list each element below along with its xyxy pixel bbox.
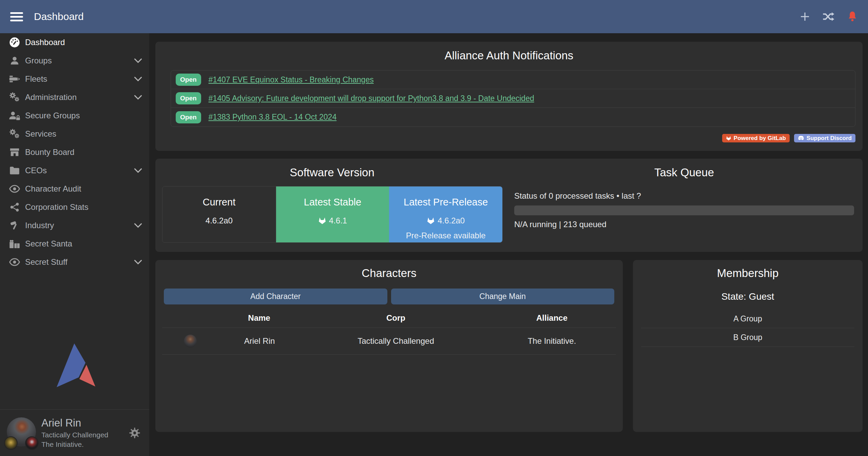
notification-link[interactable]: #1405 Advisory: Future development will …	[209, 94, 534, 103]
sidebar-item-label: Secret Stuff	[25, 257, 67, 267]
hammer-icon	[7, 220, 22, 231]
sidebar-item-fleets[interactable]: Fleets	[0, 70, 149, 88]
sidebar-item-character-audit[interactable]: Character Audit	[0, 180, 149, 198]
sidebar-item-administration[interactable]: Administration	[0, 88, 149, 106]
main-content: Alliance Auth Notifications Open #1407 E…	[149, 33, 868, 456]
share-nodes-icon	[7, 202, 22, 212]
version-value: 4.6.1	[329, 216, 347, 225]
software-taskqueue-panel: Software Version Current 4.6.2a0 Latest …	[155, 159, 863, 252]
gears-icon	[7, 92, 22, 103]
task-queue-title: Task Queue	[514, 166, 854, 179]
discord-icon	[798, 136, 804, 141]
gears-icon	[7, 128, 22, 139]
prerelease-note: Pre-Release available	[406, 231, 486, 240]
sidebar-item-corporation-stats[interactable]: Corporation Stats	[0, 198, 149, 216]
sidebar-item-label: Fleets	[25, 74, 47, 84]
bell-icon[interactable]	[846, 11, 859, 23]
store-icon	[7, 147, 22, 157]
sidebar-item-label: Secure Groups	[25, 111, 80, 120]
character-portrait	[184, 335, 197, 348]
notification-link[interactable]: #1407 EVE Equinox Status - Breaking Chan…	[209, 75, 374, 84]
sidebar-item-secret-stuff[interactable]: Secret Stuff	[0, 253, 149, 271]
gear-icon[interactable]	[129, 427, 140, 439]
version-value: 4.6.2a0	[206, 216, 233, 225]
cell-name: Ariel Rin	[244, 336, 275, 346]
version-cell-prerelease: Latest Pre-Release 4.6.2a0 Pre-Release a…	[389, 186, 502, 242]
status-badge: Open	[176, 111, 201, 123]
add-character-button[interactable]: Add Character	[164, 289, 387, 304]
user-icon	[7, 56, 22, 66]
sidebar: Dashboard Groups Fleets Administration	[0, 33, 149, 456]
eye-icon	[7, 258, 22, 266]
sidebar-item-label: Services	[25, 129, 56, 139]
notification-row: Open #1405 Advisory: Future development …	[171, 89, 855, 108]
characters-title: Characters	[155, 267, 623, 280]
user-lock-icon	[7, 111, 22, 121]
characters-table-header: Name Corp Alliance	[155, 309, 623, 328]
sidebar-item-groups[interactable]: Groups	[0, 52, 149, 70]
sidebar-item-ceos[interactable]: CEOs	[0, 161, 149, 180]
discord-badge[interactable]: Support Discord	[794, 134, 855, 142]
software-version-title: Software Version	[155, 166, 509, 179]
sidebar-item-label: Character Audit	[25, 184, 81, 194]
notification-link[interactable]: #1383 Python 3.8 EOL - 14 Oct 2024	[209, 113, 337, 122]
notifications-panel: Alliance Auth Notifications Open #1407 E…	[155, 42, 863, 151]
cell-alliance: The Initiative.	[528, 336, 576, 346]
list-item: A Group	[641, 310, 854, 328]
task-queue-section: Task Queue Status of 0 processed tasks •…	[509, 166, 863, 252]
cell-corp: Tactically Challenged	[358, 336, 434, 346]
status-badge: Open	[176, 92, 201, 104]
version-label: Current	[202, 197, 235, 208]
chevron-down-icon	[134, 223, 142, 228]
sidebar-item-bounty-board[interactable]: Bounty Board	[0, 143, 149, 161]
hamburger-icon[interactable]	[10, 12, 23, 21]
task-queue-progressbar	[514, 205, 854, 215]
sidebar-item-secure-groups[interactable]: Secure Groups	[0, 106, 149, 125]
shuffle-icon[interactable]	[823, 11, 835, 23]
header-alliance: Alliance	[536, 313, 567, 323]
shuttle-icon	[7, 75, 22, 83]
version-cell-current: Current 4.6.2a0	[162, 186, 276, 242]
sidebar-item-industry[interactable]: Industry	[0, 216, 149, 235]
list-item: B Group	[641, 328, 854, 347]
corp-logo	[4, 436, 18, 450]
membership-title: Membership	[633, 267, 863, 280]
sidebar-item-label: Industry	[25, 221, 54, 230]
notification-row: Open #1407 EVE Equinox Status - Breaking…	[171, 71, 855, 89]
task-queue-status: Status of 0 processed tasks • last ?	[514, 191, 854, 201]
sidebar-item-label: Bounty Board	[25, 147, 74, 157]
chevron-down-icon	[134, 259, 142, 265]
notification-row: Open #1383 Python 3.8 EOL - 14 Oct 2024	[171, 108, 855, 126]
sidebar-item-services[interactable]: Services	[0, 125, 149, 143]
version-box: Current 4.6.2a0 Latest Stable 4.6.1 Late…	[162, 186, 503, 243]
sidebar-item-label: Administration	[25, 93, 77, 102]
sidebar-item-label: Groups	[25, 56, 52, 65]
sidebar-item-label: CEOs	[25, 166, 47, 175]
gitlab-badge[interactable]: Powered by GitLab	[722, 134, 790, 142]
characters-table: Name Corp Alliance Ariel Rin Tactically …	[155, 309, 623, 355]
sidebar-item-secret-santa[interactable]: Secret Santa	[0, 235, 149, 253]
sidebar-item-label: Dashboard	[25, 38, 65, 47]
user-panel: Ariel Rin Tactically Challenged The Init…	[0, 409, 149, 456]
gitlab-icon	[318, 217, 326, 224]
avatar	[7, 417, 36, 449]
sidebar-item-dashboard[interactable]: Dashboard	[0, 33, 149, 52]
plus-icon[interactable]	[799, 11, 811, 23]
change-main-button[interactable]: Change Main	[391, 289, 615, 304]
top-navbar: Dashboard	[0, 0, 868, 33]
notifications-list: Open #1407 EVE Equinox Status - Breaking…	[171, 70, 855, 127]
membership-state: State: Guest	[633, 291, 863, 302]
chevron-down-icon	[134, 168, 142, 173]
folder-icon	[7, 166, 22, 175]
notifications-title: Alliance Auth Notifications	[155, 49, 863, 62]
page-title: Dashboard	[34, 11, 84, 22]
gauge-icon	[7, 37, 22, 48]
header-corp: Corp	[386, 313, 405, 323]
table-row: Ariel Rin Tactically Challenged The Init…	[162, 328, 616, 354]
software-version-section: Software Version Current 4.6.2a0 Latest …	[155, 166, 509, 252]
chevron-down-icon	[134, 58, 142, 63]
version-label: Latest Stable	[304, 197, 361, 208]
gitlab-icon	[427, 217, 435, 224]
version-cell-stable: Latest Stable 4.6.1	[276, 186, 389, 242]
alliance-logo	[25, 436, 39, 450]
